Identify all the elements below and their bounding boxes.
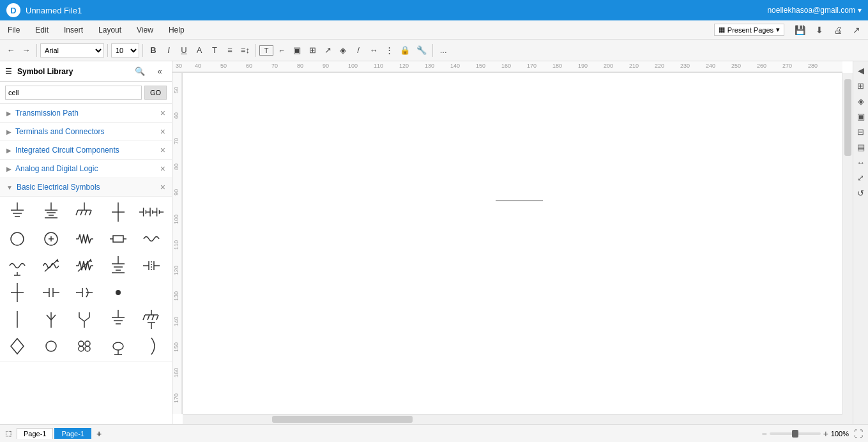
- category-close-terminals[interactable]: ×: [160, 126, 165, 137]
- symbol-signal-source[interactable]: [137, 226, 166, 252]
- category-basic-electrical[interactable]: ▼ Basic Electrical Symbols ×: [0, 178, 172, 197]
- more-button[interactable]: ...: [436, 44, 450, 56]
- category-close-basic[interactable]: ×: [160, 182, 165, 192]
- page-tab-active[interactable]: Page-1: [54, 428, 91, 439]
- category-close-analog[interactable]: ×: [160, 164, 165, 174]
- symbol-earth-ground[interactable]: [36, 199, 66, 225]
- symbol-pol-cap[interactable]: [70, 280, 99, 305]
- undo-button[interactable]: ←: [4, 44, 18, 56]
- symbol-ac-source[interactable]: [3, 226, 32, 252]
- symbol-diamond[interactable]: [3, 333, 32, 359]
- zoom-slider-thumb[interactable]: [792, 430, 798, 438]
- category-transmission-path[interactable]: ▶ Transmission Path ×: [0, 104, 172, 123]
- symbol-resistor[interactable]: [70, 226, 99, 252]
- sidebar-scroll[interactable]: ▶ Transmission Path × ▶ Terminals and Co…: [0, 104, 172, 424]
- symbol-junction-dot[interactable]: [103, 280, 133, 305]
- align-left-button[interactable]: ≡: [223, 44, 237, 56]
- zoom-slider[interactable]: [770, 432, 821, 435]
- text-button[interactable]: T: [208, 44, 222, 56]
- category-terminals-connectors[interactable]: ▶ Terminals and Connectors ×: [0, 123, 172, 141]
- lock-button[interactable]: 🔒: [397, 44, 413, 56]
- bold-button[interactable]: B: [146, 44, 160, 56]
- menu-file[interactable]: File: [5, 23, 22, 37]
- container-button[interactable]: ▣: [290, 44, 304, 56]
- save-button[interactable]: 💾: [792, 24, 808, 36]
- right-btn-properties[interactable]: ▣: [855, 110, 867, 123]
- symbol-battery[interactable]: [137, 199, 166, 225]
- right-btn-layers[interactable]: ◈: [855, 95, 867, 107]
- canvas-area[interactable]: 30 40 50 60 70 80 90 100 110 120 130 140…: [172, 61, 853, 424]
- symbol-var-res[interactable]: [70, 253, 99, 278]
- right-btn-connect[interactable]: ↔: [855, 156, 867, 169]
- symbol-transformer[interactable]: [70, 333, 99, 359]
- print-button[interactable]: 🖨: [831, 24, 845, 36]
- sidebar-search-icon[interactable]: 🔍: [132, 65, 148, 77]
- italic-button[interactable]: I: [162, 44, 176, 56]
- symbol-combined[interactable]: [137, 307, 166, 332]
- text-box-button[interactable]: T: [259, 45, 273, 56]
- symbol-wire-v[interactable]: [3, 307, 32, 332]
- menu-layout[interactable]: Layout: [96, 23, 124, 37]
- category-close-transmission[interactable]: ×: [160, 108, 165, 118]
- h-scroll-thumb[interactable]: [272, 416, 413, 423]
- align-justify-button[interactable]: ≡↕: [238, 44, 252, 56]
- right-btn-collapse[interactable]: ◀: [855, 64, 867, 77]
- sidebar-collapse-button[interactable]: «: [153, 65, 167, 77]
- edit-button[interactable]: ⋮: [382, 44, 396, 56]
- vertical-scrollbar[interactable]: [842, 73, 853, 414]
- category-close-ic[interactable]: ×: [160, 145, 165, 155]
- right-btn-refresh[interactable]: ↺: [855, 187, 867, 199]
- category-analog-digital[interactable]: ▶ Analog and Digital Logic ×: [0, 160, 172, 178]
- menu-help[interactable]: Help: [166, 23, 187, 37]
- symbol-circle-small[interactable]: [36, 333, 66, 359]
- add-page-button[interactable]: +: [93, 427, 105, 440]
- page-tab-inactive[interactable]: Page-1: [17, 428, 53, 439]
- right-btn-pages[interactable]: ⊞: [855, 79, 867, 92]
- symbol-fuse[interactable]: [103, 226, 133, 252]
- font-size-select[interactable]: 10 12 14: [111, 43, 139, 57]
- symbol-lamp[interactable]: [103, 333, 133, 359]
- symbol-cap[interactable]: [36, 280, 66, 305]
- table-button[interactable]: ⊞: [305, 44, 319, 56]
- drawing-canvas[interactable]: [183, 73, 853, 414]
- symbol-parallel-cap[interactable]: [137, 253, 166, 278]
- download-button[interactable]: ⬇: [813, 24, 826, 36]
- extra-button[interactable]: ↗: [321, 44, 335, 56]
- fullscreen-button[interactable]: ⛶: [854, 429, 863, 439]
- connector-button[interactable]: ↔: [367, 44, 381, 56]
- present-pages-button[interactable]: ▦ Present Pages ▾: [714, 24, 784, 36]
- page-layout-button[interactable]: ⬚: [5, 429, 11, 438]
- menu-view[interactable]: View: [134, 23, 156, 37]
- redo-button[interactable]: →: [19, 44, 33, 56]
- search-input[interactable]: [5, 86, 142, 100]
- symbol-chassis-ground[interactable]: [70, 199, 99, 225]
- right-btn-resize[interactable]: ⤢: [855, 171, 867, 184]
- symbol-dipole[interactable]: [70, 307, 99, 332]
- symbol-arc[interactable]: [137, 333, 166, 359]
- category-integrated-circuit[interactable]: ▶ Integrated Circuit Components ×: [0, 141, 172, 160]
- line-button[interactable]: /: [351, 44, 365, 56]
- zoom-out-button[interactable]: −: [761, 429, 766, 439]
- menu-edit[interactable]: Edit: [33, 23, 51, 37]
- share-button[interactable]: ↗: [850, 24, 863, 36]
- symbol-var-ind[interactable]: [36, 253, 66, 278]
- shape-button[interactable]: ⌐: [275, 44, 289, 56]
- symbol-dc-source[interactable]: [36, 226, 66, 252]
- underline-button[interactable]: U: [177, 44, 191, 56]
- symbol-var-resistor2[interactable]: [3, 253, 32, 278]
- search-go-button[interactable]: GO: [144, 86, 167, 100]
- right-btn-image[interactable]: ▤: [855, 141, 867, 153]
- user-dropdown-icon[interactable]: ▾: [858, 6, 862, 15]
- font-color-button[interactable]: A: [192, 44, 206, 56]
- zoom-in-button[interactable]: +: [823, 429, 828, 439]
- font-select[interactable]: Arial: [40, 43, 104, 57]
- menu-insert[interactable]: Insert: [61, 23, 86, 37]
- horizontal-scrollbar[interactable]: [183, 414, 842, 424]
- wrench-button[interactable]: 🔧: [414, 44, 429, 56]
- fill-button[interactable]: ◈: [336, 44, 350, 56]
- symbol-placeholder[interactable]: [137, 280, 166, 305]
- v-scroll-thumb[interactable]: [844, 79, 851, 156]
- right-btn-components[interactable]: ⊟: [855, 125, 867, 138]
- symbol-gnd3[interactable]: [103, 307, 133, 332]
- symbol-terminal[interactable]: [103, 199, 133, 225]
